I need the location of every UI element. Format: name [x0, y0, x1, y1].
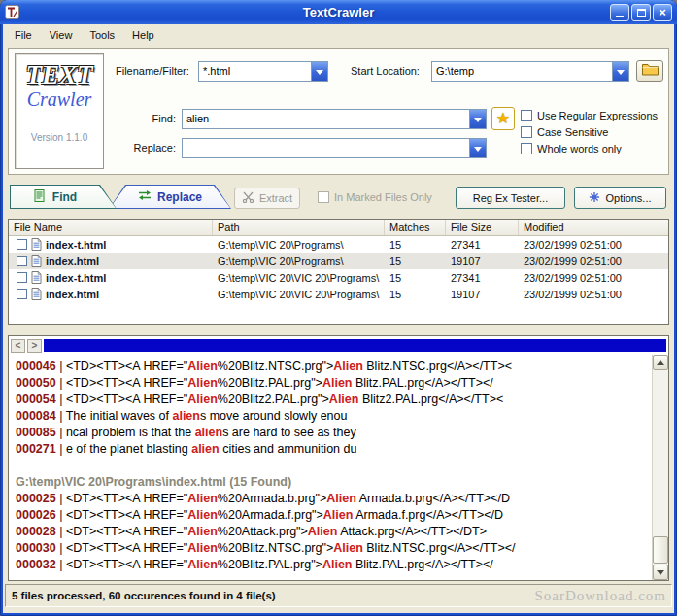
find-files-icon	[34, 189, 47, 205]
column-header-file-name[interactable]: File Name	[9, 220, 213, 235]
file-row[interactable]: index.htmlG:\temp\VIC 20\Programs\151910…	[9, 253, 668, 269]
file-matches: 15	[385, 289, 446, 300]
file-icon	[31, 255, 42, 267]
checkbox-icon[interactable]	[318, 191, 329, 203]
folder-icon	[642, 62, 659, 80]
menu-tools[interactable]: Tools	[81, 25, 123, 45]
scissors-icon	[242, 191, 254, 205]
find-combo[interactable]: alien	[182, 109, 487, 129]
file-checkbox[interactable]	[17, 289, 27, 299]
file-row[interactable]: index-t.htmlG:\temp\VIC 20\VIC 20\Progra…	[9, 269, 668, 286]
titlebar: TextCrawler	[0, 0, 677, 24]
result-line: 000085 | ncal problem is that the aliens…	[16, 425, 652, 441]
maximize-button[interactable]	[631, 4, 651, 21]
find-value[interactable]: alien	[183, 110, 469, 128]
file-size: 19107	[446, 289, 519, 300]
logo-text: TEXT	[16, 63, 103, 87]
extract-button[interactable]: Extract	[234, 188, 300, 209]
file-matches: 15	[385, 239, 446, 251]
favorites-button[interactable]: ★	[491, 107, 515, 130]
file-name: index.html	[46, 256, 99, 267]
file-checkbox[interactable]	[17, 239, 27, 250]
file-row[interactable]: index-t.htmlG:\temp\VIC 20\Programs\1527…	[9, 236, 668, 253]
result-line: 000032 | <DT><TT><A HREF="Alien%20Blitz.…	[16, 557, 652, 573]
checkbox-icon[interactable]	[521, 126, 532, 138]
result-line: 000025 | <DT><TT><A HREF="Alien%20Armada…	[16, 491, 652, 507]
start-location-combo[interactable]: G:\temp	[431, 61, 629, 82]
file-checkbox[interactable]	[17, 272, 27, 283]
file-table-body: index-t.htmlG:\temp\VIC 20\Programs\1527…	[9, 236, 668, 302]
file-modified: 23/02/1999 02:51:00	[519, 256, 666, 267]
search-panel: TEXT Crawler Version 1.1.0 Filename/Filt…	[8, 48, 669, 175]
watermark: SoarDownload.com	[534, 588, 666, 604]
file-icon	[31, 288, 42, 300]
start-location-label: Start Location:	[351, 65, 420, 77]
file-checkbox[interactable]	[17, 256, 27, 266]
replace-button[interactable]: Replace	[109, 185, 231, 209]
checkbox-use-regex[interactable]: Use Regular Expressions	[521, 110, 658, 121]
checkbox-icon[interactable]	[521, 143, 532, 154]
next-match-button[interactable]: >	[27, 339, 42, 353]
menubar: File View Tools Help	[3, 24, 674, 46]
checkbox-icon[interactable]	[521, 110, 532, 121]
menu-view[interactable]: View	[41, 25, 82, 45]
chevron-down-icon[interactable]	[311, 62, 327, 81]
options-button[interactable]: Options...	[574, 187, 666, 209]
file-modified: 23/02/1999 02:51:00	[519, 272, 666, 284]
browse-folder-button[interactable]	[636, 60, 663, 82]
results-pane: < > 000046 | <TD><TT><A HREF="Alien%20Bl…	[8, 335, 669, 581]
checkbox-case-sensitive[interactable]: Case Sensitive	[521, 126, 608, 138]
minimize-button[interactable]	[610, 4, 629, 21]
replace-button-label: Replace	[157, 190, 202, 204]
result-line: 000046 | <TD><TT><A HREF="Alien%20Blitz.…	[16, 359, 652, 375]
status-text: 5 files processed, 60 occurences found i…	[12, 590, 276, 601]
filename-filter-combo[interactable]: *.html	[198, 61, 328, 82]
file-matches: 15	[385, 256, 446, 267]
file-path: G:\temp\VIC 20\Programs\	[213, 239, 385, 251]
version-label: Version 1.1.0	[16, 132, 103, 143]
result-line: 000028 | <DT><TT><A HREF="Alien%20Attack…	[16, 524, 652, 540]
window-title: TextCrawler	[0, 5, 677, 19]
replace-label: Replace:	[125, 142, 176, 154]
regex-tester-label: Reg Ex Tester...	[473, 192, 548, 204]
close-button[interactable]	[653, 4, 672, 21]
file-modified: 23/02/1999 02:51:00	[519, 239, 666, 251]
checkbox-marked-files-only[interactable]: In Marked Files Only	[318, 191, 432, 203]
column-header-file-size[interactable]: File Size	[446, 220, 519, 235]
file-path: G:\temp\VIC 20\Programs\	[213, 256, 385, 267]
file-size: 19107	[446, 256, 519, 267]
results-scrollbar[interactable]	[652, 355, 668, 580]
regex-tester-button[interactable]: Reg Ex Tester...	[456, 187, 565, 209]
find-button[interactable]: Find	[10, 185, 117, 209]
maximize-icon	[637, 9, 646, 17]
filename-filter-value[interactable]: *.html	[199, 62, 311, 81]
chevron-down-icon[interactable]	[612, 62, 628, 81]
scroll-down-icon[interactable]	[653, 565, 668, 580]
result-line: 000271 | e of the planet blasting alien …	[16, 441, 652, 458]
replace-combo[interactable]	[182, 138, 487, 158]
find-label: Find:	[125, 113, 176, 124]
file-matches: 15	[385, 272, 446, 284]
file-icon	[31, 238, 42, 251]
logo-script: Crawler	[16, 88, 103, 111]
menu-file[interactable]: File	[6, 25, 41, 45]
chevron-down-icon[interactable]	[469, 139, 486, 157]
column-header-modified[interactable]: Modified	[519, 220, 666, 235]
start-location-value[interactable]: G:\temp	[432, 62, 612, 81]
window-body: File View Tools Help TEXT Crawler Versio…	[3, 24, 674, 613]
chevron-down-icon[interactable]	[469, 110, 486, 128]
file-list: File Name Path Matches File Size Modifie…	[8, 219, 669, 325]
column-header-matches[interactable]: Matches	[385, 220, 446, 235]
file-row[interactable]: index.htmlG:\temp\VIC 20\VIC 20\Programs…	[9, 286, 668, 302]
file-modified: 23/02/1999 02:51:00	[519, 289, 666, 300]
column-header-path[interactable]: Path	[213, 220, 385, 235]
checkbox-whole-words[interactable]: Whole words only	[521, 143, 622, 154]
prev-match-button[interactable]: <	[11, 339, 25, 353]
replace-value[interactable]	[183, 139, 469, 157]
file-list-header: File Name Path Matches File Size Modifie…	[9, 220, 668, 236]
menu-help[interactable]: Help	[123, 25, 163, 45]
result-line: 000084 | The initial waves of aliens mov…	[16, 408, 652, 425]
scrollbar-thumb[interactable]	[653, 536, 668, 564]
results-lines: 000046 | <TD><TT><A HREF="Alien%20Blitz.…	[9, 355, 652, 580]
scroll-up-icon[interactable]	[653, 355, 668, 370]
